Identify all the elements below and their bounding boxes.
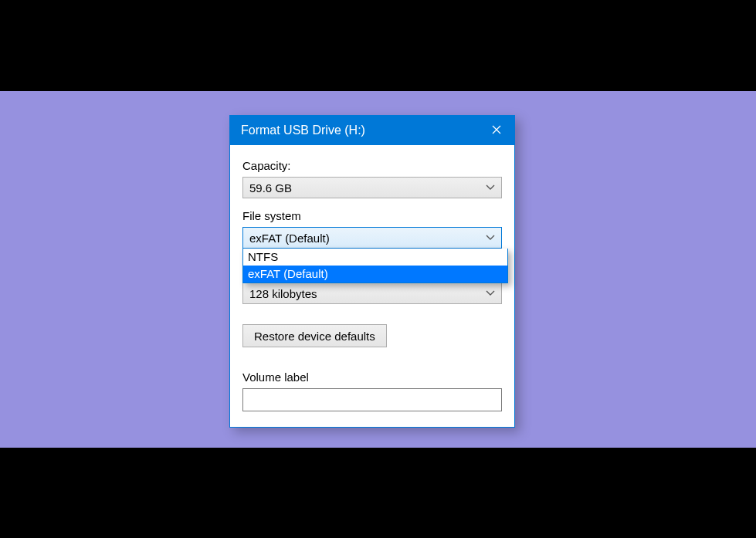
filesystem-option-ntfs[interactable]: NTFS <box>243 249 507 266</box>
capacity-combobox[interactable]: 59.6 GB <box>242 177 502 198</box>
restore-defaults-label: Restore device defaults <box>254 330 375 343</box>
dialog-body: Capacity: 59.6 GB File system exFAT (Def… <box>230 145 514 427</box>
filesystem-value: exFAT (Default) <box>249 232 330 245</box>
chevron-down-icon <box>486 184 495 191</box>
filesystem-dropdown: NTFS exFAT (Default) <box>242 249 508 283</box>
filesystem-option-exfat[interactable]: exFAT (Default) <box>243 266 507 283</box>
volume-label: Volume label <box>242 371 502 384</box>
capacity-value: 59.6 GB <box>249 181 292 195</box>
filesystem-label: File system <box>242 209 502 222</box>
format-dialog: Format USB Drive (H:) Capacity: 59.6 GB … <box>229 115 515 428</box>
volume-input[interactable] <box>242 388 502 411</box>
filesystem-combobox[interactable]: exFAT (Default) <box>242 227 502 249</box>
chevron-down-icon <box>486 235 495 241</box>
titlebar: Format USB Drive (H:) <box>230 116 514 145</box>
allocation-value: 128 kilobytes <box>249 287 317 300</box>
close-button[interactable] <box>479 116 514 145</box>
window-title: Format USB Drive (H:) <box>241 124 365 137</box>
chevron-down-icon <box>486 290 495 296</box>
allocation-combobox[interactable]: 128 kilobytes <box>242 283 502 304</box>
close-icon <box>492 124 501 137</box>
capacity-label: Capacity: <box>242 159 502 172</box>
restore-defaults-button[interactable]: Restore device defaults <box>242 324 387 347</box>
